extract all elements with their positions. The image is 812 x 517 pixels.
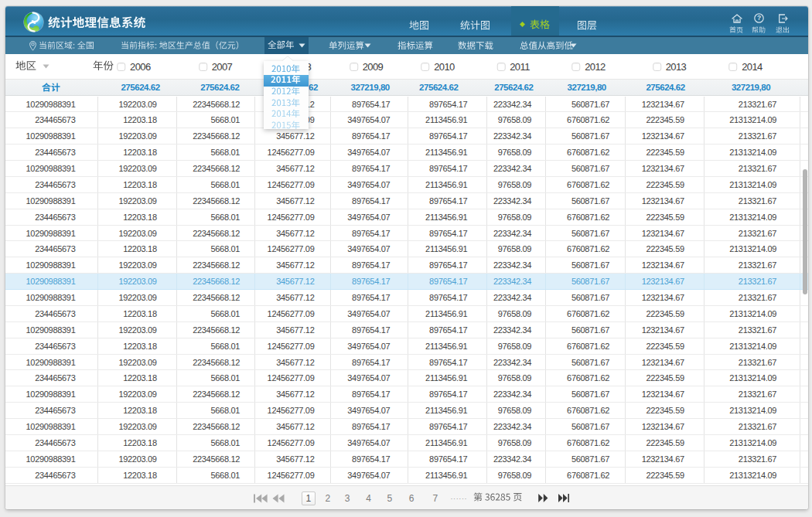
svg-text:?: ?: [757, 14, 761, 22]
